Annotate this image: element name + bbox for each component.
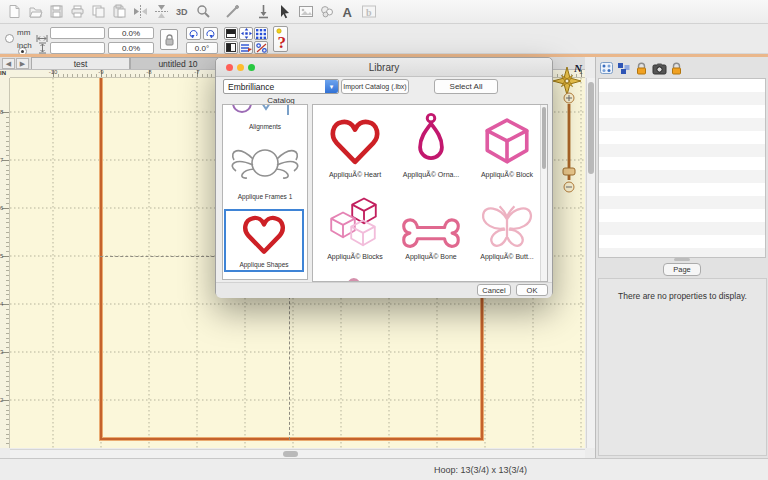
lettering-a-icon[interactable]: A — [339, 3, 356, 20]
item-label: AppliquÃ© Bone — [405, 253, 456, 260]
object-list[interactable] — [598, 78, 766, 258]
cancel-button[interactable]: Cancel — [477, 284, 511, 296]
flip-vertical-icon[interactable] — [153, 3, 170, 20]
tab-untitled-10[interactable]: untitled 10 — [130, 57, 226, 69]
properties-pane: There are no properties to display. — [598, 278, 767, 456]
hoop-status-text: Hoop: 13(3/4) x 13(3/4) — [434, 465, 527, 475]
status-bar: Hoop: 13(3/4) x 13(3/4) — [0, 458, 768, 480]
lock-aspect-button[interactable] — [160, 29, 178, 50]
svg-text:A: A — [343, 5, 353, 20]
library-item-butterfly[interactable]: AppliquÃ© Butt... — [471, 190, 543, 270]
minimize-button[interactable] — [237, 64, 244, 71]
open-file-icon[interactable] — [27, 3, 44, 20]
grid-scrollbar[interactable] — [540, 105, 547, 281]
width-input[interactable] — [50, 27, 105, 39]
select-arrow-icon[interactable] — [276, 3, 293, 20]
unit-mm-radio[interactable] — [5, 34, 14, 43]
tab-prev-arrow[interactable]: ◀ — [2, 58, 15, 69]
select-all-button[interactable]: Select All — [434, 79, 498, 94]
library-item-blocks[interactable]: AppliquÃ© Blocks — [319, 190, 391, 270]
library-item-partial-paw[interactable] — [319, 272, 391, 282]
category-label: Applique Shapes — [226, 261, 302, 268]
ok-label: OK — [527, 286, 538, 295]
ornament-icon — [410, 112, 452, 168]
copy-icon[interactable] — [90, 3, 107, 20]
ok-button[interactable]: OK — [516, 284, 548, 296]
tab-test[interactable]: test — [31, 57, 130, 69]
svg-text:3D: 3D — [176, 7, 188, 17]
rotate-left-button[interactable] — [186, 27, 201, 40]
stitch-needle-icon[interactable] — [224, 3, 241, 20]
library-item-grid: AppliquÃ© Heart AppliquÃ© Orna... Appliq… — [312, 104, 548, 282]
contrast-view-icon[interactable] — [224, 41, 238, 54]
import-catalog-button[interactable]: Import Catalog (.lbx) — [341, 79, 409, 94]
rotation-field[interactable]: 0.0° — [186, 42, 218, 54]
baste-icon[interactable] — [255, 3, 272, 20]
zoom-icon[interactable] — [195, 3, 212, 20]
vscroll-thumb[interactable] — [588, 82, 594, 174]
design-order-icon[interactable] — [617, 61, 631, 79]
new-file-icon[interactable] — [6, 3, 23, 20]
cube-icon — [480, 116, 534, 168]
print-icon[interactable] — [69, 3, 86, 20]
category-list: Alignments Applique Frames 1 Applique Sh… — [222, 104, 308, 280]
height-percent-field[interactable]: 0.0% — [108, 42, 154, 54]
category-applique-frames[interactable]: Applique Frames 1 — [226, 137, 304, 200]
display-film-icon[interactable] — [224, 27, 238, 40]
compass-north-icon[interactable]: N — [552, 62, 586, 96]
collection-dropdown-value: Embrilliance — [228, 82, 274, 92]
fit-design-icon[interactable] — [239, 27, 253, 40]
stamp-shapes-icon[interactable] — [318, 3, 335, 20]
flip-horizontal-icon[interactable] — [132, 3, 149, 20]
category-applique-shapes-selected[interactable]: Applique Shapes — [224, 209, 304, 272]
save-icon[interactable] — [48, 3, 65, 20]
collection-dropdown[interactable]: Embrilliance ▾ — [223, 79, 339, 94]
page-tab[interactable]: Page — [663, 263, 701, 276]
height-input[interactable] — [50, 42, 105, 54]
paste-icon[interactable] — [111, 3, 128, 20]
panel-splitter-handle[interactable] — [674, 258, 690, 261]
transform-toolbar: mm inch 0.0% 0.0% 0.0° ? — [0, 24, 768, 54]
svg-text:N: N — [573, 62, 583, 74]
item-label: AppliquÃ© Heart — [329, 171, 381, 178]
dialog-title-bar[interactable]: Library — [216, 58, 552, 77]
scale-stitches-icon[interactable] — [254, 41, 268, 54]
view-3d-icon[interactable]: 3D — [174, 3, 191, 20]
lock-group-icon[interactable] — [635, 61, 648, 79]
bone-icon — [400, 210, 462, 250]
snapshot-camera-icon[interactable] — [652, 61, 667, 79]
item-label: AppliquÃ© Block — [481, 171, 533, 178]
library-item-partial-circle-2[interactable] — [471, 272, 543, 282]
thread-chart-icon[interactable] — [600, 61, 614, 79]
item-label: AppliquÃ© Orna... — [403, 171, 460, 178]
lock-all-icon[interactable] — [670, 61, 683, 79]
library-item-block[interactable]: AppliquÃ© Block — [471, 108, 543, 188]
unit-inch-label: inch — [17, 41, 32, 50]
close-button[interactable] — [226, 64, 233, 71]
library-item-bone[interactable]: AppliquÃ© Bone — [395, 190, 467, 270]
rotate-right-button[interactable] — [203, 27, 218, 40]
tab-next-arrow[interactable]: ▶ — [16, 58, 29, 69]
grid-settings-icon[interactable] — [254, 27, 268, 40]
library-dialog: Library Embrilliance ▾ Import Catalog (.… — [215, 57, 553, 297]
monogram-b-icon[interactable]: b — [360, 3, 377, 20]
heart-icon — [327, 116, 383, 168]
help-button[interactable]: ? — [273, 26, 288, 52]
library-item-partial-circle-1[interactable] — [395, 272, 467, 282]
main-toolbar: 3D A b — [0, 0, 768, 24]
library-item-ornament[interactable]: AppliquÃ© Orna... — [395, 108, 467, 188]
canvas-horizontal-scrollbar[interactable] — [10, 449, 585, 458]
zoom-slider[interactable] — [559, 92, 579, 198]
item-label: AppliquÃ© Blocks — [327, 253, 383, 260]
grid-scroll-thumb[interactable] — [542, 107, 546, 169]
insert-image-icon[interactable] — [297, 3, 314, 20]
zoom-window-button[interactable] — [248, 64, 255, 71]
category-alignments[interactable]: Alignments — [226, 104, 304, 130]
zoom-slider-thumb[interactable] — [563, 168, 575, 175]
width-percent-field[interactable]: 0.0% — [108, 27, 154, 39]
chevron-down-icon: ▾ — [325, 80, 338, 93]
hscroll-thumb[interactable] — [283, 451, 298, 457]
stitch-align-icon[interactable] — [239, 41, 253, 54]
library-item-heart[interactable]: AppliquÃ© Heart — [319, 108, 391, 188]
canvas-vertical-scrollbar[interactable] — [586, 78, 595, 448]
